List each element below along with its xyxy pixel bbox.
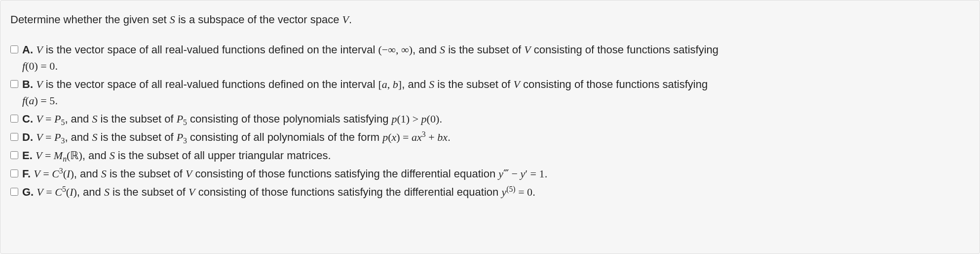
option-letter: C. bbox=[22, 113, 33, 125]
prompt-math-S: S bbox=[170, 13, 175, 26]
option-text: is the subset of bbox=[434, 78, 513, 90]
option-text: is the vector space of all real-valued f… bbox=[43, 43, 378, 56]
math-V: V bbox=[513, 78, 520, 90]
option-text: , and bbox=[402, 78, 429, 90]
checkbox-F[interactable] bbox=[10, 169, 18, 177]
option-D-label: D. V = P3, and S is the subset of P3 con… bbox=[22, 129, 970, 145]
math-V: V bbox=[36, 43, 42, 56]
option-text: . bbox=[448, 131, 451, 143]
math-expr: (1) > bbox=[397, 113, 421, 125]
option-letter: F. bbox=[22, 168, 31, 180]
option-A-label: A. V is the vector space of all real-val… bbox=[22, 42, 970, 74]
checkbox-E[interactable] bbox=[10, 151, 18, 159]
option-G-label: G. V = C5(I), and S is the subset of V c… bbox=[22, 184, 970, 200]
math-bracket: [ bbox=[378, 78, 382, 90]
math-x: x bbox=[443, 131, 448, 143]
option-letter: G. bbox=[22, 186, 34, 198]
math-eq: ) = bbox=[396, 131, 412, 143]
checkbox-A[interactable] bbox=[10, 45, 18, 53]
math-S: S bbox=[104, 186, 110, 198]
math-C: C bbox=[52, 168, 59, 180]
option-text: consisting of all polynomials of the for… bbox=[187, 131, 382, 143]
math-sub: 3 bbox=[183, 136, 187, 145]
prompt-math-V: V bbox=[342, 13, 349, 26]
math-interval: (−∞, ∞) bbox=[378, 43, 413, 56]
checkbox-B[interactable] bbox=[10, 80, 18, 88]
math-comma: , bbox=[387, 78, 393, 90]
math-V: V bbox=[524, 43, 530, 56]
math-minus: − bbox=[509, 168, 520, 180]
option-text: consisting of those functions satisfying bbox=[531, 43, 718, 56]
checkbox-C[interactable] bbox=[10, 115, 18, 123]
math-M: M bbox=[54, 149, 63, 162]
checkbox-D[interactable] bbox=[10, 133, 18, 141]
option-text: , and bbox=[65, 113, 92, 125]
prompt-text: Determine whether the given set bbox=[10, 13, 170, 26]
option-text: . bbox=[544, 168, 547, 180]
math-eq: ) = 5 bbox=[34, 94, 55, 107]
option-B-label: B. V is the vector space of all real-val… bbox=[22, 76, 970, 109]
math-a: a bbox=[412, 131, 417, 143]
option-text: , and bbox=[65, 131, 92, 143]
math-b: b bbox=[393, 78, 398, 90]
option-text: consisting of those polynomials satisfyi… bbox=[187, 113, 392, 125]
math-p: p bbox=[421, 113, 427, 125]
option-text: is the subset of bbox=[110, 186, 188, 198]
option-text: . bbox=[55, 60, 58, 72]
math-P: P bbox=[54, 113, 61, 125]
math-eq: = bbox=[42, 149, 53, 162]
math-y: y bbox=[520, 168, 525, 180]
math-paren: ) bbox=[78, 149, 82, 162]
math-paren: ) bbox=[70, 168, 74, 180]
question-panel: Determine whether the given set S is a s… bbox=[0, 0, 980, 254]
option-text: . bbox=[55, 94, 58, 107]
option-text: consisting of those functions satisfying bbox=[520, 78, 708, 90]
math-V: V bbox=[34, 168, 40, 180]
checkbox-G[interactable] bbox=[10, 188, 18, 196]
question-prompt: Determine whether the given set S is a s… bbox=[10, 11, 970, 28]
math-a: a bbox=[382, 78, 387, 90]
math-P: P bbox=[54, 131, 61, 143]
math-eq: = 1 bbox=[528, 168, 544, 180]
option-F: F. V = C3(I), and S is the subset of V c… bbox=[10, 166, 970, 182]
math-P: P bbox=[177, 113, 183, 125]
math-p: p bbox=[392, 113, 397, 125]
math-R: ℝ bbox=[70, 149, 78, 162]
math-S: S bbox=[92, 113, 97, 125]
math-b: b bbox=[437, 131, 443, 143]
option-text: is the subset of bbox=[445, 43, 524, 56]
math-S: S bbox=[440, 43, 445, 56]
option-F-label: F. V = C3(I), and S is the subset of V c… bbox=[22, 166, 970, 182]
math-prime: ‴ bbox=[503, 168, 509, 180]
math-V: V bbox=[36, 131, 42, 143]
option-text: is the vector space of all real-valued f… bbox=[43, 78, 378, 90]
option-text: , and bbox=[82, 149, 110, 162]
option-text: is the subset of bbox=[107, 168, 186, 180]
math-V: V bbox=[36, 78, 42, 90]
math-a: a bbox=[29, 94, 34, 107]
math-paren: ) bbox=[74, 186, 77, 198]
option-letter: B. bbox=[22, 78, 33, 90]
math-S: S bbox=[429, 78, 434, 90]
math-C: C bbox=[55, 186, 62, 198]
prompt-text: . bbox=[349, 13, 352, 26]
math-x: x bbox=[392, 131, 397, 143]
math-S: S bbox=[92, 131, 97, 143]
math-sub: 5 bbox=[183, 118, 187, 127]
math-x: x bbox=[417, 131, 422, 143]
math-S: S bbox=[101, 168, 107, 180]
option-text: , and bbox=[74, 168, 101, 180]
option-text: . bbox=[439, 113, 442, 125]
option-text: is the subset of bbox=[97, 131, 176, 143]
option-C: C. V = P5, and S is the subset of P5 con… bbox=[10, 111, 970, 127]
math-p: p bbox=[382, 131, 388, 143]
math-sup: 3 bbox=[422, 130, 426, 138]
option-letter: E. bbox=[22, 149, 33, 162]
math-I: I bbox=[70, 186, 73, 198]
math-paren: ( bbox=[388, 131, 391, 143]
math-S: S bbox=[110, 149, 115, 162]
math-y: y bbox=[498, 168, 503, 180]
option-letter: D. bbox=[22, 131, 33, 143]
math-V: V bbox=[36, 113, 42, 125]
option-G: G. V = C5(I), and S is the subset of V c… bbox=[10, 184, 970, 200]
